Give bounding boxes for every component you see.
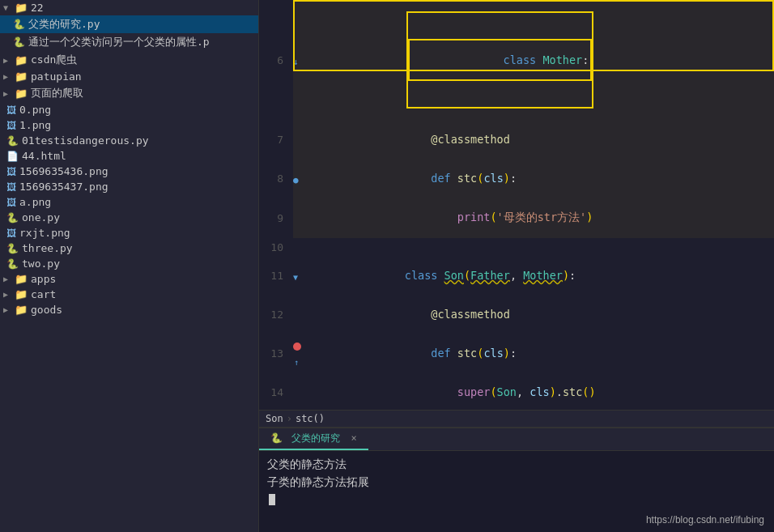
watermark: https://blog.csdn.net/ifubing xyxy=(646,514,764,526)
gutter-arrow-down-6: ↓ xyxy=(293,57,299,67)
sidebar-item-twopy[interactable]: 🐍 two.py xyxy=(0,256,258,271)
line-content-6: class Mother: xyxy=(309,0,774,120)
sidebar-item-0png[interactable]: 🖼 0.png xyxy=(0,102,258,117)
file-label-01test: 01testisdangerous.py xyxy=(22,134,149,147)
terminal-area: 🐍 父类的研究 × 父类的静态方法 子类的静态方法拓展 https://blog… xyxy=(259,427,774,532)
table-row: 9 print('母类的str方法') xyxy=(259,198,774,238)
terminal-tab-fulieby[interactable]: 🐍 父类的研究 × xyxy=(259,428,368,450)
file-label-44html: 44.html xyxy=(22,150,66,162)
sidebar-item-folder-cart[interactable]: ▶ 📁 cart xyxy=(0,287,258,302)
file-label-1569635436: 1569635436.png xyxy=(19,165,108,177)
breadcrumb-sep: › xyxy=(287,413,292,424)
file-icon-1png: 🖼 xyxy=(6,120,16,131)
line-gutter-13: ↑ xyxy=(293,334,309,372)
sidebar-item-folder-apps[interactable]: ▶ 📁 apps xyxy=(0,271,258,287)
sidebar-item-1png[interactable]: 🖼 1.png xyxy=(0,117,258,133)
sidebar-item-01test[interactable]: 🐍 01testisdangerous.py xyxy=(0,133,258,148)
folder-icon-apps: 📁 xyxy=(15,273,28,285)
terminal-content[interactable]: 父类的静态方法 子类的静态方法拓展 https://blog.csdn.net/… xyxy=(259,451,774,532)
sidebar-item-folder-yemian[interactable]: ▶ 📁 页面的爬取 xyxy=(0,84,258,102)
code-table: 6 ↓ class Mother: xyxy=(259,0,774,410)
file-icon-0png: 🖼 xyxy=(6,104,16,116)
folder-label-patupian: patupian xyxy=(31,70,82,83)
terminal-tabs: 🐍 父类的研究 × xyxy=(259,428,774,451)
folder-arrow-apps: ▶ xyxy=(3,275,15,283)
line-content-12: @classmethod xyxy=(309,295,774,334)
folder-icon-22: 📁 xyxy=(15,2,28,14)
sidebar-item-folder-patupian[interactable]: ▶ 📁 patupian xyxy=(0,69,258,84)
table-row: 6 ↓ class Mother: xyxy=(259,0,774,120)
line-number-6: 6 xyxy=(259,0,293,120)
line-number-10: 10 xyxy=(259,238,293,256)
folder-arrow-22: ▼ xyxy=(3,3,15,12)
sidebar-item-44html[interactable]: 📄 44.html xyxy=(0,148,258,164)
folder-label-yemian: 页面的爬取 xyxy=(31,86,83,100)
line-gutter-11: ▼ xyxy=(293,256,309,295)
table-row: 7 @classmethod xyxy=(259,120,774,159)
folder-arrow-cart: ▶ xyxy=(3,290,15,299)
file-icon-1569635437: 🖼 xyxy=(6,181,16,193)
terminal-cursor xyxy=(269,494,275,505)
line-number-14: 14 xyxy=(259,372,293,410)
file-icon-py-tongguo: 🐍 xyxy=(13,36,25,48)
sidebar-item-fuleiby[interactable]: 🐍 父类的研究.py xyxy=(0,15,258,33)
table-row: 10 xyxy=(259,238,774,256)
gutter-dot-8: ● xyxy=(293,175,299,185)
line-gutter-14 xyxy=(293,372,309,410)
sidebar-item-folder-csdn[interactable]: ▶ 📁 csdn爬虫 xyxy=(0,51,258,69)
line-gutter-7 xyxy=(293,120,309,159)
gutter-fold-11: ▼ xyxy=(293,273,298,282)
terminal-tab-icon: 🐍 xyxy=(270,432,283,444)
file-label-0png: 0.png xyxy=(19,104,51,116)
sidebar-item-folder-22[interactable]: ▼ 📁 22 xyxy=(0,0,258,15)
folder-label-csdn: csdn爬虫 xyxy=(31,53,77,67)
file-label-twopy: two.py xyxy=(22,257,60,270)
file-icon-1569635436: 🖼 xyxy=(6,166,16,177)
main-area: ▼ 📁 22 🐍 父类的研究.py 🐍 通过一个父类访问另一个父类的属性.p ▶… xyxy=(0,0,774,532)
sidebar-item-1569635436[interactable]: 🖼 1569635436.png xyxy=(0,164,258,179)
code-container[interactable]: 6 ↓ class Mother: xyxy=(259,0,774,410)
file-label-apng: a.png xyxy=(19,196,51,208)
folder-label-goods: goods xyxy=(31,304,62,316)
sidebar-item-rxjt[interactable]: 🖼 rxjt.png xyxy=(0,225,258,240)
line-content-11: class Son(Father, Mother): xyxy=(309,256,774,295)
sidebar-item-onepy[interactable]: 🐍 one.py xyxy=(0,210,258,225)
line-content-7: @classmethod xyxy=(309,120,774,159)
sidebar-item-tongguo[interactable]: 🐍 通过一个父类访问另一个父类的属性.p xyxy=(0,33,258,51)
terminal-cursor-line xyxy=(267,491,766,509)
table-row: 8 ● def stc(cls): xyxy=(259,159,774,198)
file-icon-apng: 🖼 xyxy=(6,197,16,208)
line-number-8: 8 xyxy=(259,159,293,198)
line-content-9: print('母类的str方法') xyxy=(309,198,774,238)
file-label-onepy: one.py xyxy=(22,211,60,223)
folder-arrow-patupian: ▶ xyxy=(3,72,15,81)
folder-icon-patupian: 📁 xyxy=(15,70,28,83)
folder-icon-csdn: 📁 xyxy=(15,54,28,66)
line-number-9: 9 xyxy=(259,198,293,238)
sidebar-item-folder-goods[interactable]: ▶ 📁 goods xyxy=(0,302,258,317)
table-row: 13 ↑ def stc(cls): xyxy=(259,334,774,372)
folder-label-apps: apps xyxy=(31,273,56,285)
file-label-1569635437: 1569635437.png xyxy=(19,181,108,193)
file-icon-threepy: 🐍 xyxy=(6,243,19,254)
terminal-tab-label: 父类的研究 xyxy=(291,432,340,444)
sidebar-item-1569635437[interactable]: 🖼 1569635437.png xyxy=(0,179,258,194)
line-gutter-9 xyxy=(293,198,309,238)
folder-label-22: 22 xyxy=(31,2,44,14)
terminal-line-1: 父类的静态方法 xyxy=(267,456,766,474)
file-icon-rxjt: 🖼 xyxy=(6,228,16,239)
breadcrumb-son: Son xyxy=(266,413,283,424)
sidebar-item-threepy[interactable]: 🐍 three.py xyxy=(0,240,258,256)
line-number-13: 13 xyxy=(259,334,293,372)
terminal-tab-close[interactable]: × xyxy=(351,432,356,444)
line-number-12: 12 xyxy=(259,295,293,334)
line-content-14: super(Son, cls).stc() xyxy=(309,372,774,410)
file-label-rxjt: rxjt.png xyxy=(19,227,70,239)
sidebar-item-apng[interactable]: 🖼 a.png xyxy=(0,194,258,210)
file-icon-py-fuleiby: 🐍 xyxy=(13,19,25,30)
table-row: 11 ▼ class Son(Father, Mother): xyxy=(259,256,774,295)
folder-arrow-goods: ▶ xyxy=(3,305,15,314)
breadcrumb-bar: Son › stc() xyxy=(259,410,774,427)
folder-arrow-yemian: ▶ xyxy=(3,89,15,98)
line-content-8: def stc(cls): xyxy=(309,159,774,198)
